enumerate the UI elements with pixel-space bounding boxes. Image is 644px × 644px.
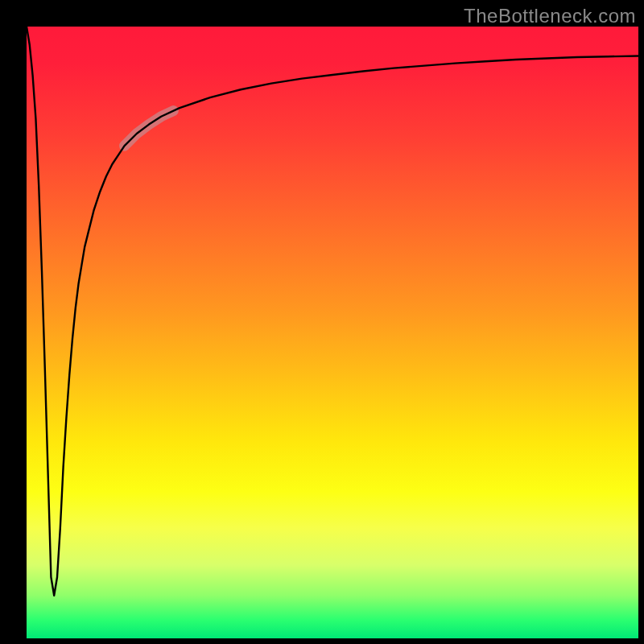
bottleneck-curve xyxy=(27,27,638,596)
watermark-text: TheBottleneck.com xyxy=(464,5,636,27)
curve-layer xyxy=(27,27,638,638)
highlight-segment xyxy=(125,111,174,147)
chart-frame: TheBottleneck.com xyxy=(0,0,644,644)
